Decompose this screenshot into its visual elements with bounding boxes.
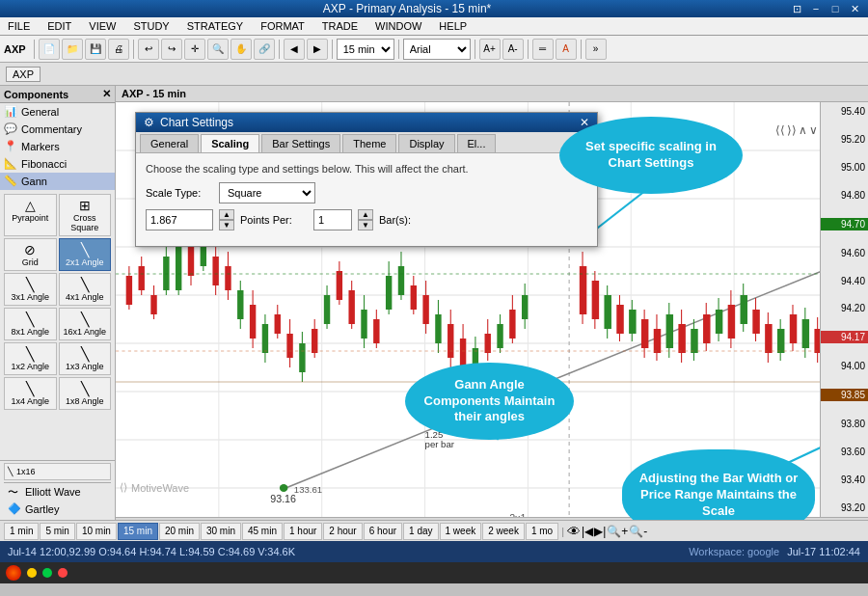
tool-cross-square[interactable]: ⊞ Cross Square xyxy=(59,194,112,236)
minimize-icon[interactable]: − xyxy=(808,3,824,15)
close-os-btn[interactable] xyxy=(58,568,68,578)
tf-1day[interactable]: 1 day xyxy=(403,523,438,540)
nav-down-icon[interactable]: ∨ xyxy=(809,123,818,137)
sidebar-item-general[interactable]: 📊 General xyxy=(0,103,115,121)
tool-1x4-angle[interactable]: ╲ 1x4 Angle xyxy=(4,377,57,410)
timeframe-select[interactable]: 15 min 1 min 5 min 30 min 1 hour 1 day xyxy=(337,39,394,60)
tool-4x1-angle[interactable]: ╲ 4x1 Angle xyxy=(59,273,112,306)
tf-1hour[interactable]: 1 hour xyxy=(284,523,322,540)
open-btn[interactable]: 📁 xyxy=(62,39,83,60)
tool-1x16[interactable]: ╲ 1x16 xyxy=(4,463,111,480)
tf-45min[interactable]: 45 min xyxy=(242,523,283,540)
tab-scaling[interactable]: Scaling xyxy=(201,134,259,152)
tf-6hour[interactable]: 6 hour xyxy=(364,523,402,540)
maximize-icon[interactable]: □ xyxy=(827,3,843,15)
tf-1mo[interactable]: 1 mo xyxy=(526,523,558,540)
more-btn[interactable]: » xyxy=(585,39,607,60)
menu-edit[interactable]: EDIT xyxy=(43,19,75,33)
arrow-left-btn[interactable]: ◀ xyxy=(284,39,305,60)
line-style-btn[interactable]: ═ xyxy=(532,39,554,60)
tf-2hour[interactable]: 2 hour xyxy=(323,523,362,540)
menu-trade[interactable]: TRADE xyxy=(318,19,362,33)
instrument-button[interactable]: AXP xyxy=(6,67,41,82)
tool-1x3-angle[interactable]: ╲ 1x3 Angle xyxy=(59,342,112,375)
font-size-down[interactable]: A- xyxy=(502,39,524,60)
scale-type-select[interactable]: Square Linear Log xyxy=(219,182,315,203)
tool-3x1-angle[interactable]: ╲ 3x1 Angle xyxy=(4,273,57,306)
menu-window[interactable]: WINDOW xyxy=(371,19,425,33)
tool-grid[interactable]: ⊘ Grid xyxy=(4,238,57,271)
tab-theme[interactable]: Theme xyxy=(342,134,396,152)
font-size-up[interactable]: A+ xyxy=(479,39,501,60)
tab-bar-settings[interactable]: Bar Settings xyxy=(261,134,340,152)
sidebar-item-elliott[interactable]: 〜 Elliott Wave xyxy=(4,482,111,501)
undo-btn[interactable]: ↩ xyxy=(138,39,159,60)
color-btn[interactable]: A xyxy=(556,39,577,60)
tf-2week[interactable]: 2 week xyxy=(482,523,525,540)
tf-10min[interactable]: 10 min xyxy=(76,523,117,540)
sidebar-item-commentary[interactable]: 💬 Commentary xyxy=(0,121,115,138)
menu-study[interactable]: STUDY xyxy=(129,19,173,33)
save-btn[interactable]: 💾 xyxy=(85,39,106,60)
nav-up-icon[interactable]: ∧ xyxy=(799,123,807,137)
tab-display[interactable]: Display xyxy=(398,134,454,152)
menu-format[interactable]: FORMAT xyxy=(257,19,309,33)
hand-btn[interactable]: ✋ xyxy=(231,39,252,60)
step-fwd-icon[interactable]: ▶| xyxy=(594,525,606,538)
tf-15min[interactable]: 15 min xyxy=(118,523,158,540)
zoom-in-icon[interactable]: 🔍+ xyxy=(607,525,628,538)
tf-20min[interactable]: 20 min xyxy=(159,523,200,540)
nav-right-icon[interactable]: ⟩⟩ xyxy=(787,123,797,137)
1x16-label: 1x16 xyxy=(16,467,36,476)
tf-1min[interactable]: 1 min xyxy=(4,523,39,540)
chart-view-icon[interactable]: 👁 xyxy=(567,524,581,539)
tool-16x1-angle[interactable]: ╲ 16x1 Angle xyxy=(59,308,112,340)
tf-30min[interactable]: 30 min xyxy=(201,523,241,540)
tab-el[interactable]: El... xyxy=(457,134,497,152)
close-panel-icon[interactable]: ✕ xyxy=(102,88,111,100)
sidebar-item-gann[interactable]: 📏 Gann xyxy=(0,173,115,190)
os-icon[interactable] xyxy=(6,565,21,581)
sidebar-item-markers[interactable]: 📍 Markers xyxy=(0,138,115,155)
zoom-out-icon[interactable]: 🔍- xyxy=(629,525,647,538)
svg-rect-99 xyxy=(678,324,685,353)
minimize-os-btn[interactable] xyxy=(27,568,37,578)
link-btn[interactable]: 🔗 xyxy=(254,39,275,60)
print-btn[interactable]: 🖨 xyxy=(108,39,129,60)
chart-content[interactable]: 93.59● 1.25 per bar 2x1 93.16 133.61 95.… xyxy=(116,102,868,517)
tf-5min[interactable]: 5 min xyxy=(40,523,74,540)
tf-1week[interactable]: 1 week xyxy=(440,523,482,540)
tool-8x1-angle[interactable]: ╲ 8x1 Angle xyxy=(4,308,57,340)
nav-left-icon[interactable]: ⟨⟨ xyxy=(775,123,785,137)
menu-file[interactable]: FILE xyxy=(4,19,34,33)
arrow-right-btn[interactable]: ▶ xyxy=(307,39,328,60)
price-9420: 94.20 xyxy=(821,303,868,313)
restore-icon[interactable]: ⊡ xyxy=(789,3,804,15)
new-btn[interactable]: 📄 xyxy=(39,39,60,60)
bars-down-btn[interactable]: ▼ xyxy=(358,220,373,230)
price-9400: 94.00 xyxy=(821,361,868,371)
bars-up-btn[interactable]: ▲ xyxy=(358,209,373,220)
points-down-btn[interactable]: ▼ xyxy=(219,220,234,230)
font-select[interactable]: Arial xyxy=(403,39,471,60)
step-back-icon[interactable]: |◀ xyxy=(582,525,593,538)
tab-general[interactable]: General xyxy=(140,134,199,152)
tool-pyrapoint[interactable]: △ Pyrapoint xyxy=(4,194,57,236)
tool-1x8-angle[interactable]: ╲ 1x8 Angle xyxy=(59,377,112,410)
window-controls[interactable]: ⊡ − □ ✕ xyxy=(789,3,862,15)
maximize-os-btn[interactable] xyxy=(42,568,52,578)
tool-1x2-angle[interactable]: ╲ 1x2 Angle xyxy=(4,342,57,375)
close-icon[interactable]: ✕ xyxy=(847,3,862,15)
sidebar-item-fibonacci[interactable]: 📐 Fibonacci xyxy=(0,155,115,173)
points-input[interactable] xyxy=(146,209,213,230)
menu-help[interactable]: HELP xyxy=(435,19,471,33)
sidebar-item-gartley[interactable]: 🔷 Gartley xyxy=(4,501,111,518)
tool-2x1-angle[interactable]: ╲ 2x1 Angle xyxy=(59,238,112,271)
menu-strategy[interactable]: STRATEGY xyxy=(183,19,247,33)
points-up-btn[interactable]: ▲ xyxy=(219,209,234,220)
bars-input[interactable] xyxy=(313,209,352,230)
redo-btn[interactable]: ↪ xyxy=(161,39,182,60)
crosshair-btn[interactable]: ✛ xyxy=(184,39,205,60)
menu-view[interactable]: VIEW xyxy=(85,19,120,33)
zoom-btn[interactable]: 🔍 xyxy=(207,39,229,60)
